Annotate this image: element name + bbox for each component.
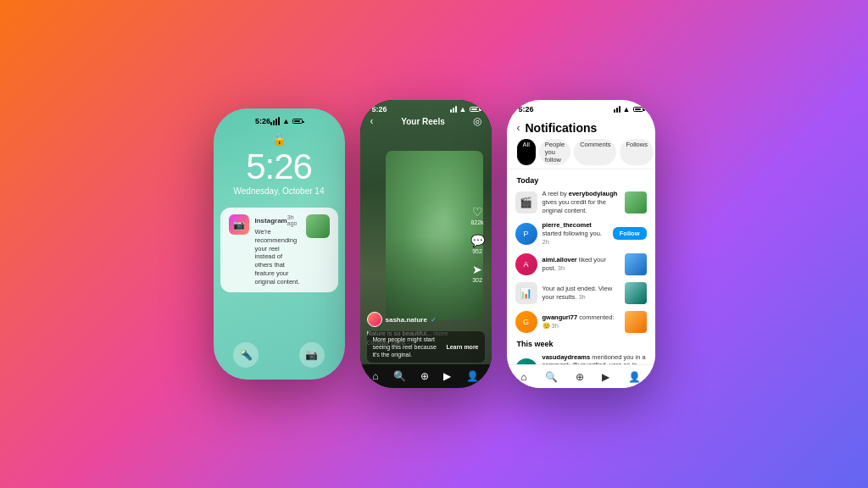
section-thisweek: This week: [507, 336, 655, 350]
notif-item-reel-credit: 🎬 A reel by everybodylaugh gives you cre…: [507, 186, 655, 218]
notif-avatar-gwangurl: G: [515, 311, 537, 333]
notif-text-follow: pierre_thecomet started following you. 2…: [542, 221, 608, 246]
notifications-title: Notifications: [526, 121, 598, 135]
notifications-filters: All People you follow Comments Follows: [517, 139, 645, 165]
reels-verified-icon: ✓: [431, 316, 437, 324]
notifications-header: ‹ Notifications All People you follow Co…: [507, 116, 655, 169]
follow-button[interactable]: Follow: [613, 227, 647, 240]
notifs-nav-search[interactable]: 🔍: [545, 371, 558, 383]
status-icons-3: ▲: [614, 105, 643, 114]
filter-follows[interactable]: Follows: [620, 139, 653, 165]
battery-icon-3: [633, 107, 643, 112]
lock-bottom-buttons: 🔦 📷: [214, 342, 345, 368]
phone-reels: 5:26 ▲ ‹ Your Reels ◎: [360, 100, 492, 388]
nav-search-icon[interactable]: 🔍: [393, 370, 406, 382]
notifs-bottom-nav: ⌂ 🔍 ⊕ ▶ 👤: [507, 364, 655, 388]
filter-all[interactable]: All: [517, 139, 536, 165]
nav-reels-icon[interactable]: ▶: [443, 370, 451, 382]
notif-item-mention: V vasudaydreams mentioned you in a comme…: [507, 350, 655, 365]
reels-share-btn[interactable]: ➤ 302: [472, 263, 482, 283]
wifi-icon-3: ▲: [623, 105, 631, 114]
phone-notifications: 5:26 ▲ ‹ Notifications: [507, 100, 655, 388]
reels-username: sasha.nature: [386, 316, 427, 324]
notif-thumb-3: [625, 253, 647, 275]
reel-icon: 🎬: [520, 197, 532, 208]
section-today: Today: [507, 173, 655, 186]
flashlight-button[interactable]: 🔦: [233, 342, 259, 368]
notif-thumbnail: [306, 214, 330, 238]
reels-bottom-nav: ⌂ 🔍 ⊕ ▶ 👤: [360, 364, 492, 388]
notifs-nav-reels[interactable]: ▶: [602, 371, 609, 383]
battery-icon-2: [470, 107, 480, 112]
notif-text-comment: gwangurl77 commented: 😊 3h: [542, 313, 620, 330]
notif-avatar-aimi: A: [515, 253, 537, 275]
notifs-nav-profile[interactable]: 👤: [628, 371, 641, 383]
notifications-screen: 5:26 ▲ ‹ Notifications: [507, 100, 655, 388]
notif-text-ad: Your ad just ended. View your results. 3…: [542, 285, 620, 302]
status-time-1: 5:26: [255, 117, 270, 125]
notif-avatar-vasu: V: [515, 358, 537, 364]
notif-item-follow: P pierre_thecomet started following you.…: [507, 218, 655, 249]
reels-learn-more-btn[interactable]: Learn more: [446, 344, 478, 350]
status-bar-2: 5:26 ▲: [360, 100, 492, 115]
notif-thumb-1: [625, 191, 647, 214]
signal-icon-3: [614, 106, 620, 113]
chart-icon: 📊: [520, 287, 532, 299]
lock-time: 5:26: [246, 149, 312, 185]
signal-icon-2: [450, 106, 457, 113]
reels-user-row: sasha.nature ✓: [367, 312, 466, 327]
reels-like-btn[interactable]: ♡ 822k: [470, 205, 483, 225]
notifs-nav-add[interactable]: ⊕: [576, 371, 584, 383]
camera-button[interactable]: 📷: [299, 342, 325, 368]
notifications-back-btn[interactable]: ‹: [517, 122, 520, 134]
notif-time: 3h ago: [287, 214, 300, 226]
notif-text-like: aimi.allover liked your post. 3h: [542, 256, 620, 273]
reels-promo-banner: More people might start seeing this reel…: [367, 331, 485, 363]
nav-add-icon[interactable]: ⊕: [420, 370, 429, 382]
status-time-2: 5:26: [372, 105, 387, 114]
reels-video: [386, 151, 483, 320]
lock-notification-card: 📷 Instagram 3h ago We're recommending yo…: [220, 208, 338, 292]
notif-text: We're recommending your reel instead of …: [255, 228, 300, 286]
notif-thumb-4: [625, 282, 647, 304]
reels-header: ‹ Your Reels ◎: [360, 115, 492, 127]
notif-app-name: Instagram: [255, 217, 287, 225]
notifs-nav-home[interactable]: ⌂: [520, 371, 526, 383]
reels-promo-text: More people might start seeing this reel…: [373, 336, 442, 358]
status-icons-1: ▲: [270, 117, 303, 125]
nav-profile-icon[interactable]: 👤: [466, 370, 479, 382]
notif-header: Instagram 3h ago: [255, 214, 300, 226]
notif-item-comment: G gwangurl77 commented: 😊 3h: [507, 308, 655, 336]
filter-following[interactable]: People you follow: [539, 139, 570, 165]
battery-icon: [292, 119, 303, 124]
filter-comments[interactable]: Comments: [574, 139, 616, 165]
notif-avatar-reel: 🎬: [515, 191, 537, 214]
reels-comment-btn[interactable]: 💬 952: [470, 234, 485, 254]
notif-avatar-pierre: P: [515, 223, 537, 245]
notif-avatar-ad: 📊: [515, 282, 537, 304]
notif-text-reel: A reel by everybodylaugh gives you credi…: [542, 190, 620, 214]
notif-content: Instagram 3h ago We're recommending your…: [255, 214, 300, 286]
lockscreen-content: 5:26 ▲ 🔒 5:26 Wednesday, October 14: [214, 108, 345, 380]
notifications-title-row: ‹ Notifications: [517, 121, 645, 135]
status-bar-3: 5:26 ▲: [507, 100, 655, 116]
notifications-body: Today 🎬 A reel by everybodylaugh gives y…: [507, 169, 655, 364]
reels-camera-icon[interactable]: ◎: [473, 115, 481, 127]
nav-home-icon[interactable]: ⌂: [372, 370, 378, 382]
notif-item-ad: 📊 Your ad just ended. View your results.…: [507, 279, 655, 308]
instagram-icon: 📷: [229, 214, 249, 235]
reels-user-avatar: [367, 312, 382, 327]
reels-back-icon[interactable]: ‹: [370, 115, 374, 127]
reels-actions: ♡ 822k 💬 952 ➤ 302: [470, 205, 485, 283]
wifi-icon: ▲: [282, 117, 290, 125]
lock-icon: 🔒: [272, 132, 287, 146]
notif-item-like: A aimi.allover liked your post. 3h: [507, 250, 655, 279]
status-bar-1: 5:26 ▲: [243, 112, 314, 127]
notif-thumb-5: [625, 311, 647, 333]
wifi-icon-2: ▲: [459, 105, 467, 114]
notif-text-mention: vasudaydreams mentioned you in a comment…: [542, 353, 647, 365]
status-time-3: 5:26: [519, 105, 534, 114]
reels-content: 5:26 ▲ ‹ Your Reels ◎: [360, 100, 492, 388]
status-icons-2: ▲: [450, 105, 480, 114]
phones-container: 5:26 ▲ 🔒 5:26 Wednesday, October 14: [214, 100, 655, 388]
